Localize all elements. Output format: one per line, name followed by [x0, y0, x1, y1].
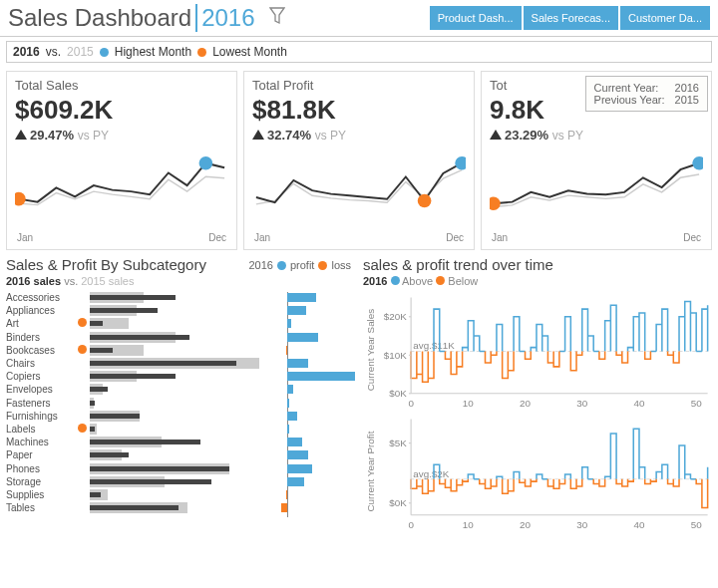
- loss-flag-dot: [78, 318, 90, 329]
- trend-above: Above: [402, 275, 433, 287]
- svg-point-5: [490, 196, 501, 210]
- subcat-name: Accessories: [6, 292, 78, 303]
- sales-bar: [90, 398, 259, 409]
- subcat-row[interactable]: Machines: [6, 436, 355, 448]
- trend-title: sales & profit trend over time: [363, 256, 712, 273]
- legend-dot-lowest: [197, 48, 206, 57]
- profit-loss-bar: [265, 358, 355, 369]
- svg-text:20: 20: [520, 398, 531, 409]
- loss-flag-dot: [78, 345, 90, 356]
- subcat-name: Supplies: [6, 489, 78, 500]
- sales-bar: [90, 371, 259, 382]
- subcat-row[interactable]: Accessories: [6, 291, 355, 304]
- axis-start: Jan: [492, 232, 508, 243]
- svg-text:avg.$2K: avg.$2K: [413, 468, 450, 479]
- profit-loss-bar: [265, 424, 355, 435]
- profit-loss-bar: [265, 411, 355, 422]
- subcat-name: Tables: [6, 502, 78, 513]
- sales-bar: [90, 305, 259, 316]
- subcat-legend-loss: loss: [331, 259, 351, 271]
- loss-dot-icon: [318, 261, 327, 270]
- svg-text:30: 30: [576, 519, 587, 530]
- trend-chart: Current Year Sales avg.$11K $0K$10K$20K0…: [363, 291, 712, 409]
- svg-text:$10K: $10K: [384, 350, 407, 361]
- subcat-row[interactable]: Envelopes: [6, 383, 355, 396]
- subcat-row[interactable]: Supplies: [6, 488, 355, 501]
- nav-product-dashboard[interactable]: Product Dash...: [430, 6, 522, 30]
- subcat-legend-year: 2016: [248, 259, 272, 271]
- profit-loss-bar: [265, 332, 355, 343]
- subcat-row[interactable]: Furnishings: [6, 410, 355, 423]
- sales-bar: [90, 449, 259, 460]
- profit-loss-bar: [265, 371, 355, 382]
- subcat-row[interactable]: Binders: [6, 331, 355, 344]
- subcat-row[interactable]: Phones: [6, 461, 355, 474]
- legend-highest-label: Highest Month: [115, 45, 191, 59]
- legend-bar: 2016 vs. 2015 Highest Month Lowest Month: [6, 41, 712, 63]
- below-dot-icon: [436, 276, 445, 285]
- sales-bar: [90, 318, 259, 329]
- page-title: Sales Dashboard: [8, 4, 191, 32]
- subcat-name: Appliances: [6, 305, 78, 316]
- profit-loss-bar: [265, 292, 355, 303]
- svg-text:0: 0: [408, 519, 414, 530]
- subcat-row[interactable]: Tables: [6, 501, 355, 514]
- subcat-row[interactable]: Labels: [6, 423, 355, 436]
- nav-customer-dashboard[interactable]: Customer Da...: [620, 6, 710, 30]
- subcat-name: Paper: [6, 449, 78, 460]
- svg-point-2: [455, 156, 466, 170]
- svg-text:40: 40: [634, 398, 645, 409]
- kpi-sparkline: [15, 148, 228, 228]
- profit-loss-bar: [265, 384, 355, 395]
- profit-loss-bar: [265, 305, 355, 316]
- svg-point-0: [199, 156, 213, 170]
- svg-text:10: 10: [463, 398, 474, 409]
- axis-end: Dec: [446, 232, 464, 243]
- sales-bar: [90, 502, 259, 513]
- kpi-sparkline: [490, 148, 703, 228]
- kpi-card[interactable]: Total Profit $81.8K 32.74% vs PY JanDec: [243, 71, 475, 250]
- legend-dot-highest: [100, 48, 109, 57]
- legend-vs: vs.: [46, 45, 61, 59]
- subcat-row[interactable]: Paper: [6, 448, 355, 461]
- sales-bar: [90, 384, 259, 395]
- sales-bar: [90, 424, 259, 435]
- kpi-change: 23.29% vs PY: [490, 128, 703, 143]
- subcat-row[interactable]: Storage: [6, 475, 355, 488]
- legend-cur-year: 2016: [13, 45, 40, 59]
- sales-bar: [90, 411, 259, 422]
- trend-year: 2016: [363, 275, 387, 287]
- profit-loss-bar: [265, 318, 355, 329]
- trend-below: Below: [448, 275, 478, 287]
- nav-sales-forecast[interactable]: Sales Forecas...: [524, 6, 618, 30]
- axis-start: Jan: [17, 232, 33, 243]
- up-triangle-icon: [15, 130, 27, 140]
- subcat-name: Envelopes: [6, 384, 78, 395]
- subcat-row[interactable]: Copiers: [6, 370, 355, 383]
- subcat-name: Copiers: [6, 371, 78, 382]
- kpi-label: Total Sales: [15, 78, 228, 93]
- kpi-card[interactable]: Total Sales $609.2K 29.47% vs PY JanDec: [6, 71, 237, 250]
- svg-text:20: 20: [520, 519, 531, 530]
- subcat-row[interactable]: Appliances: [6, 304, 355, 317]
- subcat-row[interactable]: Bookcases: [6, 344, 355, 357]
- filter-icon[interactable]: [269, 7, 285, 29]
- subcat-name: Labels: [6, 424, 78, 435]
- above-dot-icon: [391, 276, 400, 285]
- year-selector[interactable]: 2016: [195, 4, 254, 32]
- svg-text:$0K: $0K: [389, 497, 407, 508]
- subcat-name: Phones: [6, 463, 78, 474]
- svg-point-4: [692, 156, 703, 170]
- subcat-row[interactable]: Chairs: [6, 357, 355, 370]
- svg-text:$0K: $0K: [389, 388, 407, 399]
- sales-bar: [90, 476, 259, 487]
- subcat-row[interactable]: Fasteners: [6, 397, 355, 410]
- subcat-row[interactable]: Art: [6, 317, 355, 330]
- subcat-name: Storage: [6, 476, 78, 487]
- sales-bar: [90, 463, 259, 474]
- svg-text:50: 50: [691, 519, 702, 530]
- profit-loss-bar: [265, 345, 355, 356]
- svg-text:$5K: $5K: [389, 438, 407, 448]
- subcat-name: Art: [6, 318, 78, 329]
- profit-loss-bar: [265, 502, 355, 513]
